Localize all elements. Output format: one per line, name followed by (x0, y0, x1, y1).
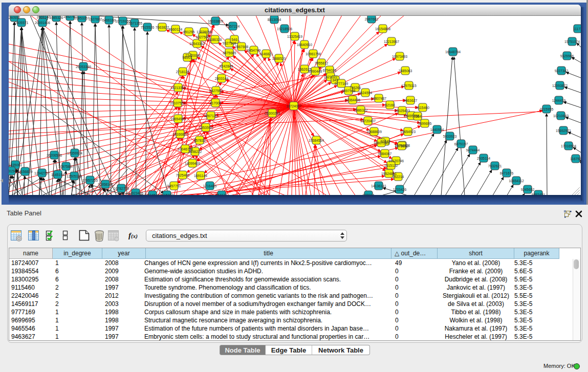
svg-text:18807249: 18807249 (374, 141, 389, 145)
svg-text:19654923: 19654923 (400, 130, 416, 134)
svg-text:13325419: 13325419 (287, 35, 302, 38)
svg-text:8813054: 8813054 (268, 18, 281, 21)
svg-text:2718126: 2718126 (176, 70, 190, 74)
svg-text:10973493: 10973493 (392, 55, 407, 58)
svg-text:1244419: 1244419 (552, 99, 566, 102)
svg-text:12505135: 12505135 (67, 174, 82, 178)
svg-text:9777169: 9777169 (335, 82, 349, 85)
svg-text:1691144: 1691144 (194, 174, 207, 178)
svg-text:12975115: 12975115 (401, 84, 417, 87)
svg-text:2069140: 2069140 (37, 16, 51, 19)
svg-text:2867608: 2867608 (235, 45, 249, 49)
svg-text:3215955: 3215955 (540, 107, 554, 111)
svg-text:10807487: 10807487 (371, 97, 386, 100)
svg-text:14099469: 14099469 (185, 162, 200, 165)
svg-text:98901: 98901 (183, 56, 192, 59)
svg-text:16033809: 16033809 (208, 19, 223, 23)
svg-text:14136141: 14136141 (371, 184, 386, 188)
svg-text:10210643: 10210643 (553, 114, 569, 118)
svg-text:8454749: 8454749 (247, 49, 261, 52)
svg-text:16640910: 16640910 (297, 43, 312, 47)
svg-text:8427552: 8427552 (209, 89, 223, 93)
svg-text:9699695: 9699695 (418, 122, 432, 125)
svg-text:10543362: 10543362 (189, 42, 205, 46)
svg-text:817006: 817006 (210, 101, 222, 105)
svg-text:10853267: 10853267 (74, 16, 90, 20)
svg-text:12942757: 12942757 (34, 171, 50, 175)
svg-text:19218506: 19218506 (277, 27, 292, 31)
svg-text:3875685: 3875685 (223, 51, 236, 55)
svg-text:8471676: 8471676 (500, 171, 514, 175)
svg-text:9327508: 9327508 (223, 41, 236, 45)
svg-text:9892451: 9892451 (532, 193, 546, 195)
svg-text:18724007: 18724007 (286, 104, 301, 108)
svg-text:9327500: 9327500 (196, 35, 210, 39)
svg-text:978014: 978014 (363, 193, 375, 195)
svg-text:9329966: 9329966 (560, 54, 574, 58)
svg-text:19384554: 19384554 (309, 139, 324, 142)
svg-text:1435061: 1435061 (9, 163, 22, 167)
svg-text:16782759: 16782759 (114, 187, 129, 190)
svg-text:6466160: 6466160 (102, 18, 116, 22)
svg-text:19166827: 19166827 (172, 133, 188, 136)
svg-text:2087682: 2087682 (365, 17, 379, 21)
svg-text:1440954: 1440954 (430, 128, 444, 132)
svg-text:5933923: 5933923 (443, 135, 457, 138)
svg-text:1353594: 1353594 (199, 126, 213, 129)
svg-text:6794028: 6794028 (323, 69, 337, 72)
svg-text:3624554: 3624554 (359, 91, 373, 95)
svg-text:15751074: 15751074 (564, 40, 580, 43)
svg-text:10654112: 10654112 (509, 179, 524, 183)
svg-text:10975887: 10975887 (58, 165, 74, 168)
svg-text:15720407: 15720407 (360, 119, 376, 123)
svg-text:9457791: 9457791 (167, 184, 181, 188)
svg-text:1975692: 1975692 (395, 144, 409, 148)
svg-text:7986322: 7986322 (354, 108, 368, 112)
svg-text:10120746: 10120746 (388, 159, 404, 163)
svg-text:13226058: 13226058 (197, 30, 212, 34)
svg-text:6879197: 6879197 (454, 142, 468, 146)
svg-text:3498222: 3498222 (188, 150, 202, 154)
svg-text:1716485: 1716485 (203, 184, 217, 188)
svg-text:964121: 964121 (216, 193, 228, 195)
svg-text:12923446: 12923446 (128, 191, 143, 195)
svg-text:6497568: 6497568 (342, 89, 356, 93)
svg-text:7955812: 7955812 (315, 61, 329, 65)
svg-text:62160: 62160 (385, 103, 395, 107)
svg-text:9463627: 9463627 (404, 99, 418, 102)
svg-text:1085326: 1085326 (50, 16, 63, 19)
svg-text:1615132: 1615132 (384, 164, 398, 167)
svg-text:240557: 240557 (9, 16, 20, 19)
svg-text:9115460: 9115460 (416, 106, 429, 110)
svg-text:17359924: 17359924 (67, 151, 82, 155)
svg-text:11173: 11173 (573, 27, 581, 31)
svg-text:857833: 857833 (194, 139, 206, 142)
svg-text:1145194: 1145194 (51, 173, 64, 177)
svg-text:12213369: 12213369 (170, 86, 186, 90)
svg-text:17957255: 17957255 (82, 179, 98, 182)
svg-text:7515526: 7515526 (141, 26, 155, 29)
svg-text:10688609: 10688609 (366, 130, 382, 134)
svg-text:10961758: 10961758 (306, 52, 321, 56)
svg-text:8660124: 8660124 (169, 28, 183, 31)
svg-text:16671355: 16671355 (127, 21, 142, 25)
svg-text:20364436: 20364436 (345, 98, 360, 102)
svg-text:9227342: 9227342 (555, 69, 569, 73)
svg-text:2405571: 2405571 (15, 21, 29, 25)
svg-text:7632621: 7632621 (488, 164, 502, 168)
svg-text:10107553: 10107553 (170, 101, 185, 105)
svg-text:12093872: 12093872 (552, 84, 568, 87)
svg-text:7485063: 7485063 (399, 69, 412, 73)
svg-text:7625402: 7625402 (176, 173, 190, 177)
svg-text:11156829: 11156829 (17, 170, 32, 173)
svg-text:1588520: 1588520 (272, 57, 286, 60)
svg-text:9146821: 9146821 (259, 52, 273, 56)
svg-text:1527602: 1527602 (89, 17, 102, 21)
svg-text:19654985: 19654985 (170, 117, 186, 121)
svg-text:7663822: 7663822 (156, 26, 169, 29)
svg-text:20691406: 20691406 (35, 21, 50, 25)
svg-text:26053346: 26053346 (76, 65, 91, 69)
svg-text:2935114: 2935114 (477, 157, 490, 160)
svg-text:15692971: 15692971 (556, 129, 571, 133)
svg-text:546: 546 (231, 38, 237, 41)
